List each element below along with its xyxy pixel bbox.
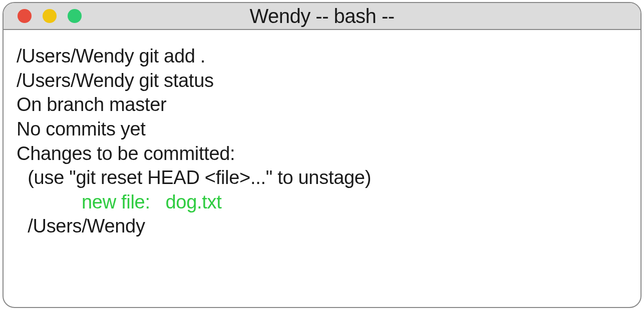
maximize-icon[interactable] (68, 9, 82, 23)
terminal-prompt: /Users/Wendy (17, 214, 627, 238)
window-controls (4, 9, 82, 23)
terminal-line: On branch master (17, 92, 627, 117)
terminal-line: /Users/Wendy git add . (17, 44, 627, 68)
staged-file-line: new file: dog.txt (17, 190, 627, 214)
terminal-line: (use "git reset HEAD <file>..." to unsta… (17, 166, 627, 190)
minimize-icon[interactable] (43, 9, 57, 23)
window-title: Wendy -- bash -- (4, 5, 640, 28)
close-icon[interactable] (18, 9, 32, 23)
titlebar: Wendy -- bash -- (4, 3, 640, 30)
terminal-line: Changes to be committed: (17, 142, 627, 166)
terminal-body[interactable]: /Users/Wendy git add . /Users/Wendy git … (4, 30, 640, 307)
terminal-line: No commits yet (17, 117, 627, 142)
terminal-line: /Users/Wendy git status (17, 68, 627, 93)
terminal-window: Wendy -- bash -- /Users/Wendy git add . … (3, 2, 641, 308)
